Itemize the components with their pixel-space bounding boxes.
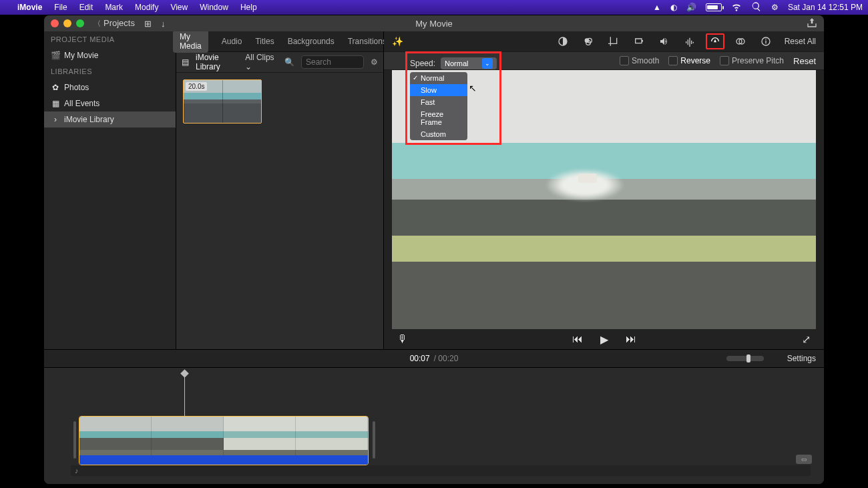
timeline-settings-button[interactable]: Settings xyxy=(787,354,816,363)
stabilization-icon[interactable] xyxy=(632,36,646,47)
zoom-slider[interactable] xyxy=(726,356,764,361)
speed-option-normal[interactable]: Normal xyxy=(410,72,467,84)
timeline[interactable]: ♪ ▭ xyxy=(44,368,824,484)
clip-filter-icon[interactable] xyxy=(734,36,747,47)
preserve-pitch-checkbox[interactable]: Preserve Pitch xyxy=(720,56,784,65)
status-icon[interactable]: ▲ xyxy=(653,3,661,12)
search-icon: 🔍 xyxy=(284,57,294,67)
play-button[interactable]: ▶ xyxy=(600,333,608,346)
menubar: iMovie File Edit Mark Modify View Window… xyxy=(0,0,868,15)
prev-button[interactable]: ⏮ xyxy=(572,333,583,345)
tab-transitions[interactable]: Transitions xyxy=(348,37,387,46)
menu-mark[interactable]: Mark xyxy=(105,3,123,12)
timeline-clip[interactable] xyxy=(79,416,369,465)
voiceover-icon[interactable]: 🎙 xyxy=(397,333,408,345)
smooth-checkbox[interactable]: Smooth xyxy=(620,56,659,65)
titlebar: 〈Projects ⊞ ↓ My Movie xyxy=(44,15,824,31)
speed-icon[interactable] xyxy=(708,36,722,47)
menu-edit[interactable]: Edit xyxy=(79,3,93,12)
color-correction-icon[interactable] xyxy=(582,36,595,47)
menu-modify[interactable]: Modify xyxy=(135,3,158,12)
filter-dropdown[interactable]: All Clips ⌄ xyxy=(245,53,278,71)
sidebar-item-movie[interactable]: 🎬My Movie xyxy=(44,47,176,63)
timecode-bar: 00:07 / 00:20 Settings xyxy=(44,349,824,368)
crop-icon[interactable] xyxy=(607,36,620,47)
search-input[interactable] xyxy=(301,55,364,69)
speed-dropdown-annotation: Speed: Normal ⌄ Normal Slow Fast Freeze … xyxy=(405,51,501,145)
audio-track[interactable]: ♪ xyxy=(71,465,811,476)
list-view-icon[interactable]: ▤ xyxy=(182,57,189,67)
sidebar-item-label: My Movie xyxy=(64,51,98,60)
menubar-clock[interactable]: Sat Jan 14 12:51 PM xyxy=(788,3,863,12)
vr-badge: ▭ xyxy=(796,455,812,464)
menu-help[interactable]: Help xyxy=(240,3,257,12)
speed-select-value: Normal xyxy=(445,59,468,67)
speed-option-custom[interactable]: Custom xyxy=(410,128,467,140)
window-title: My Movie xyxy=(44,19,824,29)
color-balance-icon[interactable] xyxy=(556,36,570,47)
menu-app[interactable]: iMovie xyxy=(17,3,42,12)
clip-thumbnail[interactable]: 20.0s xyxy=(183,79,262,124)
reset-button[interactable]: Reset xyxy=(793,56,816,66)
clip-edge-right[interactable] xyxy=(373,421,375,459)
reverse-checkbox[interactable]: Reverse xyxy=(668,56,710,65)
sidebar-item-label: iMovie Library xyxy=(64,115,114,124)
menu-file[interactable]: File xyxy=(54,3,67,12)
svg-rect-9 xyxy=(765,39,766,39)
menu-view[interactable]: View xyxy=(170,3,188,12)
sidebar: PROJECT MEDIA 🎬My Movie LIBRARIES ✿Photo… xyxy=(44,31,176,349)
wifi-icon[interactable] xyxy=(731,1,742,14)
speed-label: Speed: xyxy=(410,59,435,68)
sidebar-section-project: PROJECT MEDIA xyxy=(44,31,176,47)
browser-tabs: My Media Audio Titles Backgrounds Transi… xyxy=(176,31,383,52)
cursor-icon: ↖ xyxy=(469,83,477,93)
svg-rect-8 xyxy=(765,41,766,44)
total-duration: 00:20 xyxy=(438,354,458,363)
next-button[interactable]: ⏭ xyxy=(626,333,636,345)
media-browser: My Media Audio Titles Backgrounds Transi… xyxy=(176,31,384,349)
tab-audio[interactable]: Audio xyxy=(222,37,242,46)
sidebar-item-label: All Events xyxy=(64,99,99,108)
svg-rect-4 xyxy=(642,40,643,42)
chevron-down-icon: ⌄ xyxy=(482,58,493,69)
clip-edge-left[interactable] xyxy=(73,421,76,459)
library-title: iMovie Library xyxy=(196,53,238,71)
tab-titles[interactable]: Titles xyxy=(255,37,274,46)
viewer: ✨ Reset All Smooth Reverse Preserve Pitc… xyxy=(384,31,824,349)
noise-reduction-icon[interactable] xyxy=(683,36,696,47)
speed-option-slow[interactable]: Slow xyxy=(410,84,467,96)
speed-option-freeze[interactable]: Freeze Frame xyxy=(410,108,467,128)
info-icon[interactable] xyxy=(759,36,773,47)
reset-all-button[interactable]: Reset All xyxy=(785,37,816,46)
gear-icon[interactable]: ⚙ xyxy=(371,57,378,67)
sidebar-section-libraries: LIBRARIES xyxy=(44,63,176,79)
sidebar-item-all-events[interactable]: ▦All Events xyxy=(44,95,176,111)
tab-backgrounds[interactable]: Backgrounds xyxy=(288,37,335,46)
status-icon[interactable]: ◐ xyxy=(670,3,677,12)
speed-option-fast[interactable]: Fast xyxy=(410,96,467,108)
sidebar-item-label: Photos xyxy=(64,83,89,92)
imovie-window: 〈Projects ⊞ ↓ My Movie PROJECT MEDIA 🎬My… xyxy=(44,15,824,484)
sidebar-item-library[interactable]: ›iMovie Library xyxy=(44,111,176,128)
tab-my-media[interactable]: My Media xyxy=(173,30,208,53)
menu-window[interactable]: Window xyxy=(200,3,228,12)
search-icon[interactable] xyxy=(751,1,762,14)
sidebar-item-photos[interactable]: ✿Photos xyxy=(44,79,176,95)
fullscreen-icon[interactable]: ⤢ xyxy=(802,333,811,346)
battery-icon[interactable] xyxy=(706,3,722,11)
current-time: 00:07 xyxy=(410,354,430,363)
speed-select[interactable]: Normal ⌄ xyxy=(441,57,497,69)
playback-controls: 🎙 ⏮ ▶ ⏭ ⤢ xyxy=(384,329,824,349)
volume-icon[interactable] xyxy=(658,36,671,47)
volume-icon[interactable]: 🔊 xyxy=(686,3,696,12)
clip-duration-label: 20.0s xyxy=(186,82,207,91)
control-center-icon[interactable]: ⚙ xyxy=(771,3,779,12)
enhance-icon[interactable]: ✨ xyxy=(392,36,403,47)
speed-menu: Normal Slow Fast Freeze Frame Custom xyxy=(410,72,467,140)
